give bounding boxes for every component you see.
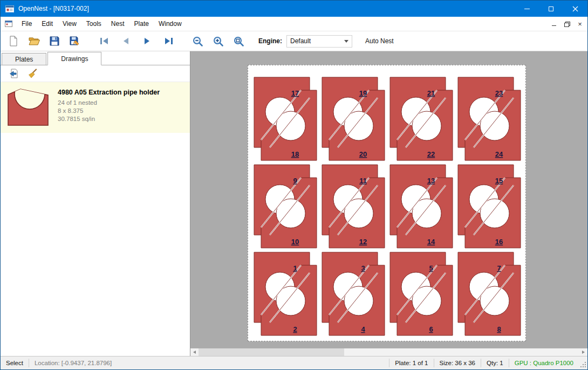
nest-cell[interactable]: 34 — [322, 252, 385, 335]
engine-select[interactable]: Default — [286, 35, 352, 48]
part-number-label: 14 — [427, 238, 435, 246]
part-number-label: 16 — [495, 238, 503, 246]
part-number-label: 9 — [293, 177, 297, 185]
scrollbar-thumb[interactable] — [199, 348, 344, 356]
next-plate-button[interactable] — [140, 33, 155, 49]
nest-cell[interactable]: 910 — [254, 165, 317, 248]
save-edit-icon — [69, 36, 81, 47]
new-button[interactable] — [6, 33, 21, 49]
scroll-left-icon[interactable] — [190, 348, 199, 356]
plate-count-status: Plate: 1 of 1 — [389, 360, 433, 366]
next-arrow-icon — [142, 36, 153, 46]
part-number-label: 8 — [497, 325, 501, 333]
nest-cell[interactable]: 1718 — [254, 77, 317, 160]
part-number-label: 5 — [429, 264, 433, 272]
previous-arrow-icon — [120, 36, 131, 46]
location-status: Location: [-0.9437, 21.8796] — [29, 360, 117, 366]
part-number-label: 12 — [359, 238, 367, 246]
import-drawing-icon — [8, 68, 18, 79]
document-icon[interactable] — [5, 20, 13, 28]
part-number-label: 4 — [361, 325, 365, 333]
zoom-out-icon — [192, 36, 204, 47]
nest-cell[interactable]: 1920 — [322, 77, 385, 160]
part-number-label: 18 — [291, 150, 299, 158]
part-number-label: 15 — [495, 177, 503, 185]
horizontal-scrollbar[interactable] — [190, 348, 587, 356]
drawing-nested-count: 24 of 1 nested — [58, 99, 160, 106]
save-button[interactable] — [47, 33, 62, 49]
plate[interactable]: 171819202122232491011121314151612345678 — [248, 65, 526, 341]
open-folder-icon — [28, 36, 40, 46]
plate-size-status: Size: 36 x 36 — [434, 360, 481, 366]
nest-cell[interactable]: 1516 — [458, 165, 521, 248]
part-number-label: 3 — [361, 264, 365, 272]
part-number-label: 10 — [291, 238, 299, 246]
last-plate-button[interactable] — [161, 33, 176, 49]
title-bar: OpenNest - [N0317-002] — [1, 1, 587, 17]
nest-canvas[interactable]: 171819202122232491011121314151612345678 — [190, 51, 587, 356]
scroll-right-icon[interactable] — [579, 348, 587, 356]
menu-window[interactable]: Window — [154, 17, 187, 31]
open-button[interactable] — [26, 33, 42, 49]
menu-plate[interactable]: Plate — [129, 17, 154, 31]
part-number-label: 13 — [427, 177, 435, 185]
chevron-down-icon — [344, 40, 348, 43]
import-drawing-button[interactable] — [6, 67, 20, 80]
nest-cell[interactable]: 2122 — [390, 77, 453, 160]
auto-nest-button[interactable]: Auto Nest — [365, 37, 394, 45]
part-number-label: 22 — [427, 150, 435, 158]
save-as-button[interactable] — [67, 33, 83, 49]
sidebar: Plates Drawings — [1, 51, 190, 356]
plate-svg: 171819202122232491011121314151612345678 — [248, 65, 525, 341]
mode-status: Select — [1, 360, 29, 366]
close-icon — [572, 6, 578, 12]
menu-bar: File Edit View Tools Nest Plate Window × — [1, 17, 587, 31]
app-icon — [5, 4, 14, 13]
drawing-size: 8 x 8.375 — [58, 107, 160, 114]
part-number-label: 24 — [495, 150, 503, 158]
mdi-minimize-button[interactable] — [549, 18, 559, 29]
drawing-list-item[interactable]: 4980 A05 Extraction pipe holder 24 of 1 … — [1, 82, 190, 133]
zoom-fit-button[interactable] — [231, 33, 247, 49]
zoom-in-button[interactable] — [211, 33, 226, 49]
zoom-out-button[interactable] — [190, 33, 206, 49]
tab-drawings[interactable]: Drawings — [47, 52, 101, 65]
engine-value: Default — [290, 37, 344, 45]
mdi-restore-button[interactable] — [562, 18, 572, 29]
sidebar-tabstrip: Plates Drawings — [1, 51, 190, 65]
close-button[interactable] — [563, 1, 587, 17]
quantity-status: Qty: 1 — [481, 360, 509, 366]
engine-label: Engine: — [258, 37, 282, 45]
first-plate-button[interactable] — [97, 33, 112, 49]
tab-plates[interactable]: Plates — [2, 53, 46, 65]
minimize-button[interactable] — [515, 1, 539, 17]
nest-cell[interactable]: 2324 — [458, 77, 521, 160]
main-toolbar: Engine: Default Auto Nest — [1, 31, 587, 51]
nest-cell[interactable]: 1314 — [390, 165, 453, 248]
part-number-label: 7 — [497, 264, 501, 272]
part-number-label: 20 — [359, 150, 367, 158]
part-number-label: 1 — [293, 264, 297, 272]
part-number-label: 11 — [359, 177, 367, 185]
nest-cell[interactable]: 78 — [458, 252, 521, 335]
app-window: OpenNest - [N0317-002] File Edit View To… — [0, 0, 588, 370]
previous-plate-button[interactable] — [118, 33, 133, 49]
nest-cell[interactable]: 12 — [254, 252, 317, 335]
last-arrow-icon — [163, 36, 174, 46]
menu-tools[interactable]: Tools — [81, 17, 106, 31]
gpu-status: GPU : Quadro P1000 — [509, 360, 579, 366]
mdi-close-button[interactable]: × — [575, 18, 585, 29]
menu-edit[interactable]: Edit — [37, 17, 58, 31]
status-bar: Select Location: [-0.9437, 21.8796] Plat… — [1, 356, 587, 369]
menu-nest[interactable]: Nest — [106, 17, 129, 31]
menu-file[interactable]: File — [17, 17, 37, 31]
maximize-button[interactable] — [539, 1, 563, 17]
resize-grip[interactable] — [579, 356, 587, 370]
nest-cell[interactable]: 1112 — [322, 165, 385, 248]
clean-button[interactable] — [25, 67, 39, 80]
menu-view[interactable]: View — [58, 17, 81, 31]
window-title: OpenNest - [N0317-002] — [18, 5, 89, 12]
nest-cell[interactable]: 56 — [390, 252, 453, 335]
zoom-in-icon — [213, 36, 224, 47]
part-number-label: 21 — [427, 89, 435, 97]
